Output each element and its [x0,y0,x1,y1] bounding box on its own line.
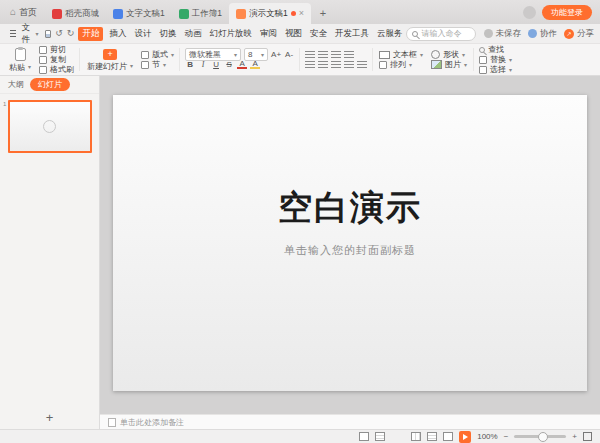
layout-button[interactable]: 版式▾ [141,50,174,59]
align-right-icon[interactable] [331,61,341,69]
ribbon-divider [79,48,80,71]
zoom-slider[interactable] [514,435,566,438]
share-button[interactable]: ↗ 分享 [564,28,594,40]
chevron-down-icon: ▾ [163,62,166,68]
line-spacing-icon[interactable] [357,61,367,69]
save-icon[interactable] [45,30,52,38]
comments-toggle-icon[interactable] [375,432,385,441]
chevron-down-icon: ▾ [509,57,512,63]
decrease-indent-icon[interactable] [331,51,341,59]
menu-tab-cloud[interactable]: 云服务 [373,27,407,41]
paste-button[interactable]: 粘贴▾ [4,46,36,73]
zoom-level[interactable]: 100% [477,432,497,441]
login-button[interactable]: 功能登录 [542,5,592,20]
home-button[interactable]: ⌂ 首页 [2,0,45,24]
user-avatar[interactable] [523,6,536,19]
doc-tab-presentation-active[interactable]: 演示文稿1 × [229,3,311,24]
tab-close-icon[interactable]: × [299,9,304,18]
notes-toggle-icon[interactable] [359,432,369,441]
underline-button[interactable]: U [211,60,221,69]
file-menu-button[interactable]: 文件 ▾ [6,24,43,43]
arrange-button[interactable]: 排列▾ [379,60,423,69]
italic-button[interactable]: I [198,60,208,69]
menu-tab-review[interactable]: 审阅 [256,27,281,41]
normal-view-icon[interactable] [411,432,421,441]
font-color-button[interactable]: A [237,60,247,69]
textbox-button[interactable]: 文本框▾ [379,50,423,59]
justify-icon[interactable] [344,61,354,69]
copy-icon [39,56,47,64]
menu-tab-insert[interactable]: 插入 [105,27,130,41]
menu-tab-animation[interactable]: 动画 [180,27,205,41]
new-slide-button[interactable]: 新建幻灯片▾ [82,46,138,73]
menu-tab-view[interactable]: 视图 [281,27,306,41]
slide-1[interactable]: 空白演示 单击输入您的封面副标题 [113,95,587,391]
align-left-icon[interactable] [305,61,315,69]
notes-bar[interactable]: 单击此处添加备注 [100,414,600,429]
align-center-icon[interactable] [318,61,328,69]
decrease-font-button[interactable]: A- [284,50,294,59]
slide-title-placeholder[interactable]: 空白演示 [113,185,587,231]
home-icon: ⌂ [10,7,16,17]
select-button[interactable]: 选择▾ [479,65,512,74]
fit-to-window-icon[interactable] [583,432,592,441]
menu-tab-design[interactable]: 设计 [130,27,155,41]
menubar-right: 未保存 协作 ↗ 分享 [484,28,595,40]
reading-view-icon[interactable] [443,432,453,441]
command-search-input[interactable]: 请输入命令 [406,27,475,41]
ribbon-home: 粘贴▾ 剪切 复制 格式刷 新建幻灯片▾ 版式▾ 节▾ 微软雅黑▾ 8▾ A+ … [0,44,600,76]
chevron-down-icon: ▾ [28,64,31,70]
menubar: 文件 ▾ ↺ ↻ 开始 插入 设计 切换 动画 幻灯片放映 审阅 视图 安全 开… [0,24,600,44]
numbered-list-icon[interactable] [318,51,328,59]
notes-icon [108,418,116,427]
bold-button[interactable]: B [185,60,195,69]
strikethrough-button[interactable]: S [224,60,234,69]
picture-button[interactable]: 图片▾ [431,60,467,69]
ribbon-divider [372,48,373,71]
zoom-out-button[interactable]: − [504,432,509,441]
doc-tab-docer-mall[interactable]: 稻壳商城 [45,4,106,24]
bullet-list-icon[interactable] [305,51,315,59]
tab-slides[interactable]: 幻灯片 [30,78,70,91]
slide-subtitle-placeholder[interactable]: 单击输入您的封面副标题 [113,243,587,258]
shapes-button[interactable]: 形状▾ [431,50,467,59]
undo-icon[interactable]: ↺ [53,29,65,38]
highlight-color-button[interactable]: A [250,60,260,69]
section-label: 节 [152,59,160,70]
tab-label: 演示文稿1 [249,8,288,20]
chevron-down-icon: ▾ [234,52,237,58]
slide-sorter-view-icon[interactable] [427,432,437,441]
collaborate-button[interactable]: 协作 [528,28,557,40]
zoom-in-button[interactable]: + [572,432,577,441]
tab-label: 文字文稿1 [126,8,165,20]
increase-indent-icon[interactable] [344,51,354,59]
find-icon [479,47,485,53]
menu-tab-home[interactable]: 开始 [78,27,103,41]
redo-icon[interactable]: ↻ [65,29,77,38]
menu-tab-security[interactable]: 安全 [306,27,331,41]
arrange-label: 排列 [390,59,406,70]
doc-tab-writer[interactable]: 文字文稿1 [106,4,172,24]
add-slide-button[interactable]: + [0,410,99,425]
menu-tab-slideshow[interactable]: 幻灯片放映 [205,27,256,41]
copy-button[interactable]: 复制 [39,55,74,64]
ribbon-divider [473,48,474,71]
slide-panel: 大纲 幻灯片 1 + [0,76,100,429]
menu-tab-devtools[interactable]: 开发工具 [331,27,373,41]
play-slideshow-button[interactable] [459,431,471,443]
find-button[interactable]: 查找 [479,45,512,54]
increase-font-button[interactable]: A+ [271,50,281,59]
tab-outline[interactable]: 大纲 [8,79,24,90]
section-button[interactable]: 节▾ [141,60,174,69]
replace-button[interactable]: 替换▾ [479,55,512,64]
panel-tabs: 大纲 幻灯片 [0,76,99,94]
format-painter-button[interactable]: 格式刷 [39,65,74,74]
slide-thumbnail-1[interactable] [8,100,92,153]
writer-doc-icon [113,9,123,19]
doc-tab-spreadsheet[interactable]: 工作簿1 [172,4,229,24]
menu-tab-transitions[interactable]: 切换 [155,27,180,41]
cut-button[interactable]: 剪切 [39,45,74,54]
new-tab-button[interactable]: + [315,5,331,21]
spreadsheet-icon [179,9,189,19]
picture-icon [431,60,442,69]
